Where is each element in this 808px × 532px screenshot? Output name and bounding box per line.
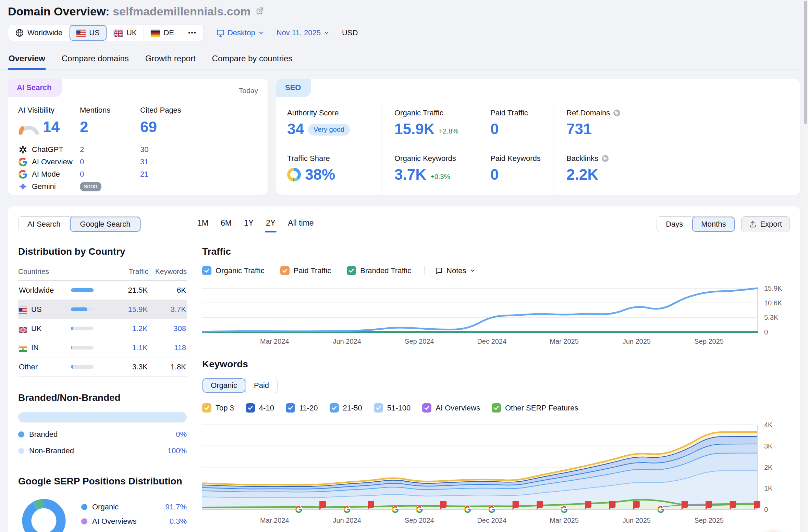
country-option-uk[interactable]: UK (107, 25, 144, 41)
google-icon (18, 169, 28, 179)
panel-toolbar: AI Search Google Search 1M 6M 1Y 2Y All … (18, 216, 790, 232)
branded-value[interactable]: 0% (176, 430, 187, 439)
traffic-share-label: Traffic Share (287, 154, 378, 163)
platform-name[interactable]: AI Overview (32, 157, 73, 166)
tab-growth-report[interactable]: Growth report (145, 50, 196, 69)
table-row-other[interactable]: Other 3.3K 1.8K (18, 357, 187, 377)
source-option-google-search[interactable]: Google Search (70, 217, 141, 232)
source-option-ai-search[interactable]: AI Search (19, 217, 70, 232)
non-branded-value[interactable]: 100% (168, 446, 187, 455)
top3-checkbox[interactable]: Top 3 (202, 403, 234, 413)
date-selector[interactable]: Nov 11, 2025 (277, 28, 330, 37)
keywords-paid-option[interactable]: Paid (245, 378, 277, 393)
ai-search-card: AI Search Today AI Visibility Mentions C… (8, 79, 268, 195)
svg-text:10.6K: 10.6K (764, 299, 782, 307)
device-selector[interactable]: Desktop (216, 28, 264, 37)
keywords-value[interactable]: 118 (148, 343, 186, 352)
scrollbar-thumb[interactable] (804, 1, 807, 124)
platform-name[interactable]: ChatGPT (32, 145, 63, 154)
platform-name[interactable]: AI Mode (32, 170, 60, 179)
pos11-20-checkbox[interactable]: 11-20 (286, 403, 318, 413)
range-6m[interactable]: 6M (220, 216, 233, 232)
table-row-uk[interactable]: UK 1.2K 308 (18, 319, 187, 338)
authority-rating-badge: Very good (308, 124, 350, 136)
pos21-50-checkbox[interactable]: 21-50 (330, 403, 362, 413)
ai-overviews-pct[interactable]: 0.3% (170, 517, 187, 526)
traffic-value[interactable]: 1.2K (105, 324, 148, 333)
seo-badge: SEO (276, 79, 311, 97)
range-2y[interactable]: 2Y (265, 216, 277, 232)
page-scrollbar[interactable] (803, 0, 808, 532)
keywords-organic-option[interactable]: Organic (203, 378, 245, 393)
country-more-button[interactable]: ••• (181, 25, 204, 41)
table-row-worldwide[interactable]: Worldwide 21.5K 6K (18, 281, 187, 300)
keywords-section-title: Keywords (202, 359, 790, 370)
organic-traffic-value[interactable]: 15.9K (394, 122, 434, 137)
ref-domains-value[interactable]: 731 (566, 122, 591, 137)
granularity-days[interactable]: Days (657, 217, 692, 232)
tab-compare-domains[interactable]: Compare domains (61, 50, 130, 69)
right-column: Traffic Organic Traffic Paid Traffic Bra… (202, 246, 790, 532)
organic-traffic-checkbox[interactable]: Organic Traffic (202, 266, 265, 275)
authority-score-value: 34 (287, 122, 304, 137)
granularity-months[interactable]: Months (692, 217, 735, 232)
analytics-panel: AI Search Google Search 1M 6M 1Y 2Y All … (8, 206, 800, 532)
ai-search-badge: AI Search (8, 79, 62, 97)
table-row-us[interactable]: US 15.9K 3.7K (18, 300, 187, 319)
notes-label: Notes (446, 266, 466, 275)
table-row-in[interactable]: IN 1.1K 118 (18, 338, 187, 357)
branded-bar (18, 412, 187, 422)
traffic-value[interactable]: 1.1K (105, 343, 148, 352)
organic-keywords-value[interactable]: 3.7K (394, 167, 426, 182)
platform-mentions[interactable]: 0 (80, 157, 140, 166)
export-button[interactable]: Export (741, 216, 790, 232)
platform-cited[interactable]: 31 (140, 157, 258, 166)
currency-label: USD (342, 28, 358, 37)
branded-traffic-checkbox[interactable]: Branded Traffic (347, 266, 411, 275)
range-1m[interactable]: 1M (196, 216, 209, 232)
external-link-icon[interactable] (256, 7, 264, 16)
distribution-by-country-title: Distribution by Country (18, 246, 187, 257)
pos4-10-checkbox[interactable]: 4-10 (246, 403, 274, 413)
keywords-value[interactable]: 3.7K (148, 305, 186, 314)
svg-text:Mar 2025: Mar 2025 (550, 338, 579, 345)
platform-name[interactable]: Gemini (32, 182, 56, 191)
backlinks-metric: Backlinks 2.2K (553, 149, 800, 195)
svg-text:Sep 2024: Sep 2024 (405, 517, 434, 524)
backlinks-value[interactable]: 2.2K (566, 167, 598, 182)
traffic-bar (71, 307, 94, 311)
chevron-down-icon (470, 268, 476, 274)
country-name: US (31, 305, 42, 314)
keywords-value[interactable]: 308 (148, 324, 186, 333)
country-option-worldwide[interactable]: Worldwide (8, 25, 69, 41)
svg-text:2K: 2K (764, 464, 773, 471)
keywords-type-toggle: Organic Paid (202, 378, 278, 393)
ai-overviews-dot (81, 518, 87, 524)
traffic-chart[interactable]: 15.9K10.6K5.3K0Mar 2024Jun 2024Sep 2024D… (202, 283, 790, 347)
non-branded-legend-item: Non-Branded 100% (18, 446, 187, 455)
platform-cited[interactable]: 21 (140, 170, 258, 179)
country-option-de[interactable]: DE (144, 25, 181, 41)
other-serp-checkbox[interactable]: Other SERP Features (492, 403, 578, 413)
country-name: Other (19, 363, 38, 371)
range-1y[interactable]: 1Y (243, 216, 255, 232)
organic-traffic-delta: +2.8% (439, 127, 458, 137)
paid-keywords-value: 0 (490, 167, 499, 182)
platform-mentions[interactable]: 0 (80, 170, 140, 179)
tab-compare-by-countries[interactable]: Compare by countries (211, 50, 293, 69)
platform-mentions[interactable]: 2 (80, 145, 140, 154)
platform-cited[interactable]: 30 (140, 145, 258, 154)
organic-pct[interactable]: 91.7% (166, 503, 187, 511)
branded-label: Branded (29, 430, 58, 439)
range-all-time[interactable]: All time (287, 216, 315, 232)
country-option-us[interactable]: US (69, 25, 107, 41)
keywords-chart[interactable]: 4K3K2K1K0Mar 2024Jun 2024Sep 2024Dec 202… (202, 421, 790, 526)
notes-dropdown[interactable]: Notes (424, 266, 475, 275)
traffic-value[interactable]: 15.9K (105, 305, 148, 314)
mentions-label: Mentions (80, 106, 140, 115)
ai-overviews-checkbox[interactable]: AI Overviews (422, 403, 480, 413)
pos51-100-legend-label: 51-100 (387, 404, 411, 413)
pos51-100-checkbox[interactable]: 51-100 (374, 403, 411, 413)
tab-overview[interactable]: Overview (8, 50, 46, 69)
paid-traffic-checkbox[interactable]: Paid Traffic (280, 266, 331, 275)
